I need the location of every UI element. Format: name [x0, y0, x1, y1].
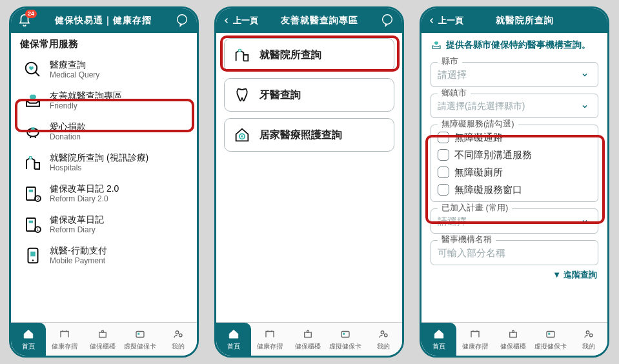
svg-rect-33	[549, 332, 551, 334]
hospital-icon	[23, 152, 43, 173]
person-gear-icon	[376, 328, 391, 341]
tab-label: 健康存摺	[462, 342, 488, 351]
service-mobile-payment[interactable]: 就醫-行動支付 Mobile Payment	[17, 240, 190, 271]
vcard-icon	[543, 328, 558, 341]
tab-rights[interactable]: 健保櫃檯	[494, 323, 533, 356]
checkbox-box	[438, 149, 449, 161]
field-plan[interactable]: 已加入計畫 (常用) 請選擇	[431, 208, 598, 234]
svg-rect-9	[29, 221, 33, 223]
service-donation[interactable]: 愛心捐款 Donation	[17, 116, 190, 147]
service-medical-query[interactable]: 醫療查詢 Medical Query	[17, 54, 190, 85]
bell-icon[interactable]: 24	[17, 14, 32, 28]
card-homecare-search[interactable]: 居家醫療照護查詢	[224, 118, 394, 152]
checkbox-label: 無障礙通路	[454, 132, 503, 144]
field-placeholder: 可輸入部分名稱	[438, 247, 591, 259]
tab-label: 健康存摺	[257, 342, 283, 351]
screen-search-form: 上一頁 就醫院所查詢 提供各縣市健保特約醫事機構查詢。 縣市 請選擇 鄉鎮市 請…	[420, 6, 609, 358]
field-legend: 鄉鎮市	[438, 87, 471, 99]
filter-icon: ▼	[553, 270, 561, 279]
checkbox-label: 不同障別溝通服務	[454, 149, 532, 161]
checkbox-accessible-path[interactable]: 無障礙通路	[438, 132, 591, 144]
back-button[interactable]: 上一頁	[223, 15, 258, 26]
tab-vcard[interactable]: 虛擬健保卡	[532, 323, 570, 356]
service-sublabel: Medical Query	[50, 70, 99, 79]
home-icon	[227, 328, 241, 341]
chevron-down-icon	[580, 70, 591, 79]
checkbox-restroom[interactable]: 無障礙廁所	[438, 167, 591, 179]
svg-point-2	[29, 131, 30, 132]
service-hospitals[interactable]: 就醫院所查詢 (視訊診療) Hospitals	[17, 147, 190, 178]
service-label: 就醫-行動支付	[50, 245, 107, 256]
tab-passbook[interactable]: 健康存摺	[456, 323, 494, 356]
intro-text: 提供各縣市健保特約醫事機構查詢。	[446, 39, 591, 52]
tab-label: 我的	[377, 342, 390, 351]
chat-icon[interactable]	[380, 13, 394, 29]
field-town[interactable]: 鄉鎮市 請選擇(請先選擇縣市)	[431, 94, 598, 118]
field-placeholder: 請選擇(請先選擇縣市)	[438, 101, 525, 112]
tab-label: 首頁	[22, 342, 35, 351]
topbar-form: 上一頁 就醫院所查詢	[421, 8, 607, 33]
service-friendly[interactable]: 友善就醫查詢專區 Friendly	[17, 85, 190, 116]
card-hospital-search[interactable]: 就醫院所查詢	[224, 38, 394, 72]
tab-home[interactable]: 首頁	[11, 323, 46, 356]
tab-vcard[interactable]: 虛擬健保卡	[327, 323, 365, 356]
tab-label: 我的	[172, 342, 185, 351]
tab-rights[interactable]: 健保櫃檯	[84, 323, 122, 356]
field-legend: 已加入計畫 (常用)	[438, 202, 512, 214]
magnifier-heart-icon	[23, 59, 43, 80]
tab-passbook[interactable]: 健康存摺	[46, 323, 84, 356]
tab-mine[interactable]: 我的	[159, 323, 198, 356]
card-dental-search[interactable]: 牙醫查詢	[224, 78, 394, 112]
tab-bar: 首頁 健康存摺 健保櫃檯 虛擬健保卡 我的	[11, 322, 197, 356]
tab-passbook[interactable]: 健康存摺	[251, 323, 289, 356]
chevron-down-icon	[580, 102, 591, 111]
tab-bar: 首頁 健康存摺 健保櫃檯 虛擬健保卡 我的	[421, 322, 607, 356]
svg-rect-32	[547, 331, 554, 337]
svg-point-25	[307, 330, 309, 332]
tab-vcard[interactable]: 虛擬健保卡	[121, 323, 159, 356]
checkbox-service-window[interactable]: 無障礙服務窗口	[438, 184, 591, 196]
service-sublabel: Hospitals	[50, 163, 148, 172]
home-icon	[432, 328, 446, 341]
service-sublabel: Friendly	[50, 101, 122, 110]
tab-mine[interactable]: 我的	[365, 323, 403, 356]
svg-rect-24	[305, 332, 312, 338]
checkbox-label: 無障礙廁所	[454, 167, 503, 179]
back-button[interactable]: 上一頁	[428, 15, 463, 26]
notification-badge: 24	[25, 10, 37, 18]
service-label: 就醫院所查詢 (視訊診療)	[50, 152, 148, 163]
person-gear-icon	[171, 328, 185, 341]
tab-home[interactable]: 首頁	[216, 323, 251, 356]
intro-text-row: 提供各縣市健保特約醫事機構查詢。	[421, 33, 607, 56]
svg-point-20	[179, 334, 182, 337]
field-institution-name[interactable]: 醫事機構名稱 可輸入部分名稱	[431, 240, 598, 265]
service-label: 醫療查詢	[50, 59, 99, 70]
service-reform-diary[interactable]: 1 健保改革日記 Reform Diary	[17, 209, 190, 240]
back-label: 上一頁	[438, 15, 463, 26]
advanced-label: 進階查詢	[563, 270, 597, 279]
svg-rect-4	[26, 187, 36, 200]
tab-label: 虛擬健保卡	[329, 342, 361, 351]
tab-label: 健保櫃檯	[295, 342, 321, 351]
field-accessibility: 無障礙服務(請勾選) 無障礙通路 不同障別溝通服務 無障礙廁所 無障礙服務窗口	[431, 125, 598, 202]
book-1-icon: 1	[23, 214, 43, 235]
service-reform-diary-2[interactable]: 2 健保改革日記 2.0 Reform Diary 2.0	[17, 178, 190, 209]
advanced-search-link[interactable]: ▼進階查詢	[421, 265, 607, 281]
field-county[interactable]: 縣市 請選擇	[431, 62, 598, 87]
svg-point-31	[512, 330, 514, 332]
counter-icon	[96, 328, 110, 341]
tab-rights[interactable]: 健保櫃檯	[289, 323, 327, 356]
chat-icon[interactable]	[175, 13, 189, 29]
svg-rect-26	[341, 331, 349, 337]
checkbox-communication[interactable]: 不同障別溝通服務	[438, 149, 591, 161]
person-gear-icon	[582, 328, 596, 341]
chevron-down-icon	[580, 217, 591, 226]
checkbox-box	[438, 184, 449, 196]
svg-rect-27	[343, 332, 345, 334]
tab-label: 首頁	[227, 342, 240, 351]
home-plus-icon	[232, 125, 252, 145]
page-title: 健保快易通｜健康存摺	[32, 15, 175, 26]
tab-home[interactable]: 首頁	[421, 323, 456, 356]
service-list: 醫療查詢 Medical Query 友善就醫查詢專區 Friendly	[11, 53, 197, 272]
tab-mine[interactable]: 我的	[570, 323, 608, 356]
